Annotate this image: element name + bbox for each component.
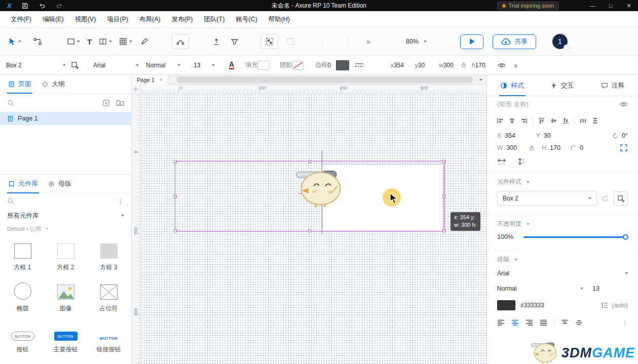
widget-box2[interactable]: 方框 2 [44,236,87,277]
typography-more-button[interactable]: ⋮ [622,319,628,326]
menu-arrange[interactable]: 布局(A) [134,15,166,24]
library-more-button[interactable]: ⋮ [117,197,124,205]
visibility-eye-icon[interactable] [620,101,628,107]
style-editor-button[interactable] [614,191,628,206]
text-tool-button[interactable]: T [85,33,94,50]
group-button[interactable] [261,34,278,49]
redo-icon[interactable] [56,3,63,9]
add-folder-button[interactable] [116,99,124,106]
preview-button[interactable] [460,34,483,49]
font-weight-select[interactable]: Normal [146,62,180,69]
align-right-button[interactable] [520,117,528,125]
menu-file[interactable]: 文件(F) [5,15,37,24]
vertical-align-middle-button[interactable] [575,319,583,326]
widget-link-button[interactable]: BUTTON链接按钮 [87,318,130,359]
formatbar-overflow-button[interactable]: » [512,57,520,74]
style-editor-button[interactable] [69,57,81,74]
rectangle-tool-button[interactable] [65,33,82,50]
shadow-swatch[interactable] [292,61,304,70]
menu-publish[interactable]: 发布(P) [166,15,199,24]
corner-radius-input[interactable]: 0 [580,144,583,151]
menu-view[interactable]: 视图(V) [69,15,102,24]
fullscreen-expand-icon[interactable] [620,144,628,152]
tab-widget-library[interactable]: 元件库 [3,175,43,193]
y-value[interactable]: 30 [418,62,425,69]
tab-style[interactable]: 样式 [487,75,537,96]
font-size-select[interactable]: 13 [194,62,215,69]
tab-outline[interactable]: 大纲 [36,75,70,93]
menu-team[interactable]: 团队(T) [198,15,230,24]
opacity-slider-knob[interactable] [623,234,628,240]
widget-box3[interactable]: 方框 3 [87,236,130,277]
share-button[interactable]: 共享 [493,34,536,49]
typography-section-header[interactable]: 排版 [487,250,638,266]
pen-tool-button[interactable] [138,33,151,50]
rotation-input[interactable]: 0° [622,132,628,139]
font-family-select[interactable]: Arial [93,62,139,69]
text-align-left-button[interactable] [497,319,505,326]
menu-project[interactable]: 项目(P) [101,15,134,24]
search-icon[interactable] [7,99,14,106]
distribute-vertical-button[interactable] [591,117,599,125]
distribute-horizontal-button[interactable] [579,117,587,125]
align-top-button[interactable] [538,117,545,125]
undo-icon[interactable] [39,3,46,9]
tab-masters[interactable]: 母版 [43,175,77,193]
close-button[interactable]: ✕ [620,0,638,11]
line-height-value[interactable]: (auto) [612,302,628,309]
selection-handle-tl[interactable] [174,160,177,163]
library-group-header[interactable]: Default • 公用 [0,223,131,235]
menu-edit[interactable]: 编辑(E) [37,15,69,24]
opacity-value[interactable]: 100% [497,233,513,240]
widget-placeholder[interactable]: 占位符 [87,277,130,318]
widget-primary-button[interactable]: BUTTON主要按钮 [44,318,87,359]
tab-list-button[interactable] [477,79,486,81]
publish-upload-button[interactable] [210,33,222,50]
widget-box1[interactable]: 方框 1 [1,236,44,277]
library-select[interactable]: 所有元件库 [0,209,131,223]
w-input[interactable]: 300 [506,144,529,151]
fit-width-icon[interactable] [497,158,506,165]
font-weight-select[interactable]: Normal [497,285,583,292]
opacity-section-header[interactable]: 不透明度 [487,215,638,230]
table-tool-button[interactable] [117,33,134,50]
vertical-align-top-button[interactable] [561,319,569,326]
text-color-button[interactable]: A [229,61,234,70]
marquee-select-button[interactable] [284,33,296,50]
font-size-input[interactable]: 13 [592,285,599,292]
zoom-select[interactable]: 80% [404,33,429,50]
selection-handle-bm[interactable] [308,229,311,232]
selection-handle-tr[interactable] [442,160,445,163]
widget-h1[interactable]: H1 [1,359,44,364]
minimize-button[interactable]: — [583,0,602,11]
line-height-icon[interactable] [601,302,609,309]
tab-notes[interactable]: 注释 [588,75,638,96]
lock-ratio-icon[interactable] [529,145,535,151]
widget-ellipse[interactable]: 椭圆 [1,277,44,318]
widget-style-combo[interactable]: Box 2 [497,191,597,206]
x-value[interactable]: 354 [394,62,404,69]
widget-name-input[interactable] [497,101,616,108]
menu-help[interactable]: 帮助(H) [263,15,295,24]
h-value[interactable]: 170 [475,62,485,69]
text-align-right-button[interactable] [526,319,533,326]
selection-handle-ml[interactable] [174,195,177,198]
fill-color-swatch[interactable] [257,61,270,70]
tab-interaction[interactable]: 交互 [537,75,587,96]
fit-height-icon[interactable] [517,157,524,166]
y-input[interactable]: 30 [544,132,564,139]
menu-account[interactable]: 账号(C) [230,15,262,24]
inline-frame-tool-button[interactable] [97,33,114,50]
border-width-value[interactable]: 0 [327,62,331,69]
connector-tool-button[interactable] [31,33,44,50]
align-bottom-button[interactable] [562,117,570,125]
design-canvas[interactable]: 54 x: 354 y: w: 300 h: [140,94,486,364]
font-family-select[interactable]: Arial [487,266,638,281]
text-color-hex[interactable]: #333333 [520,302,544,309]
filter-sort-button[interactable] [229,33,241,50]
trial-badge[interactable]: Trial expiring soon [497,2,559,10]
border-style-button[interactable] [352,57,366,74]
search-icon[interactable] [7,197,14,205]
lock-ratio-icon[interactable] [461,62,467,68]
align-center-h-button[interactable] [508,117,516,125]
